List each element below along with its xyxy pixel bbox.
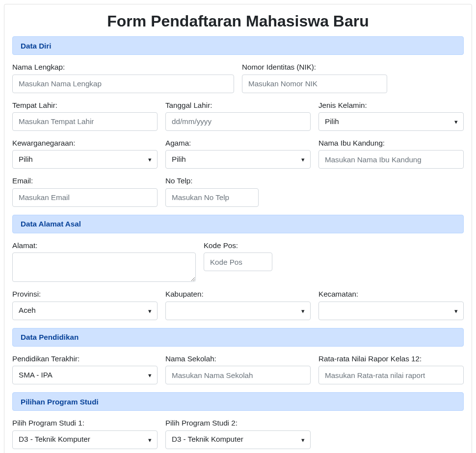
nama-lengkap-input[interactable]	[12, 75, 234, 93]
prodi2-label: Pilih Program Studi 2:	[165, 419, 311, 427]
pendidikan-terakhir-select[interactable]: SMA - IPA	[12, 366, 158, 384]
tanggal-lahir-input[interactable]	[165, 112, 311, 131]
section-heading-data-diri: Data Diri	[12, 36, 464, 55]
prodi2-select[interactable]: D3 - Teknik Komputer	[165, 430, 311, 449]
prodi1-label: Pilih Program Studi 1:	[12, 419, 158, 427]
nama-sekolah-input[interactable]	[165, 366, 311, 384]
prodi1-select[interactable]: D3 - Teknik Komputer	[12, 430, 158, 449]
tempat-lahir-input[interactable]	[12, 112, 158, 131]
kodepos-input[interactable]	[204, 252, 272, 271]
alamat-textarea[interactable]	[12, 252, 196, 282]
nama-ibu-label: Nama Ibu Kandung:	[318, 139, 464, 147]
kodepos-label: Kode Pos:	[204, 241, 272, 250]
pendidikan-terakhir-label: Pendidikan Terakhir:	[12, 354, 158, 363]
telp-label: No Telp:	[165, 176, 259, 185]
kecamatan-select[interactable]	[318, 302, 464, 320]
kewarganegaraan-select[interactable]: Pilih	[12, 150, 158, 169]
nik-label: Nomor Identitas (NIK):	[242, 63, 387, 71]
agama-select[interactable]: Pilih	[165, 150, 311, 169]
email-input[interactable]	[12, 188, 158, 207]
nama-sekolah-label: Nama Sekolah:	[165, 354, 311, 363]
rapor-input[interactable]	[318, 366, 464, 384]
telp-input[interactable]	[165, 188, 259, 207]
section-heading-alamat: Data Alamat Asal	[12, 215, 464, 233]
kabupaten-label: Kabupaten:	[165, 290, 311, 298]
provinsi-select[interactable]: Aceh	[12, 302, 158, 320]
jenis-kelamin-select[interactable]: Pilih	[318, 112, 464, 131]
jenis-kelamin-label: Jenis Kelamin:	[318, 101, 464, 109]
nik-input[interactable]	[242, 75, 387, 93]
kecamatan-label: Kecamatan:	[318, 290, 464, 298]
agama-label: Agama:	[165, 139, 311, 147]
section-heading-prodi: Pilihan Program Studi	[12, 392, 464, 411]
section-heading-pendidikan: Data Pendidikan	[12, 328, 464, 347]
email-label: Email:	[12, 176, 158, 185]
alamat-label: Alamat:	[12, 241, 196, 250]
tanggal-lahir-label: Tanggal Lahir:	[165, 101, 311, 109]
rapor-label: Rata-rata Nilai Rapor Kelas 12:	[318, 354, 464, 363]
kewarganegaraan-label: Kewarganegaraan:	[12, 139, 158, 147]
kabupaten-select[interactable]	[165, 302, 311, 320]
tempat-lahir-label: Tempat Lahir:	[12, 101, 158, 109]
provinsi-label: Provinsi:	[12, 290, 158, 298]
registration-form-card: Form Pendaftaran Mahasiswa Baru Data Dir…	[4, 4, 472, 453]
page-title: Form Pendaftaran Mahasiswa Baru	[12, 12, 464, 30]
nama-lengkap-label: Nama Lengkap:	[12, 63, 234, 71]
nama-ibu-input[interactable]	[318, 150, 464, 169]
